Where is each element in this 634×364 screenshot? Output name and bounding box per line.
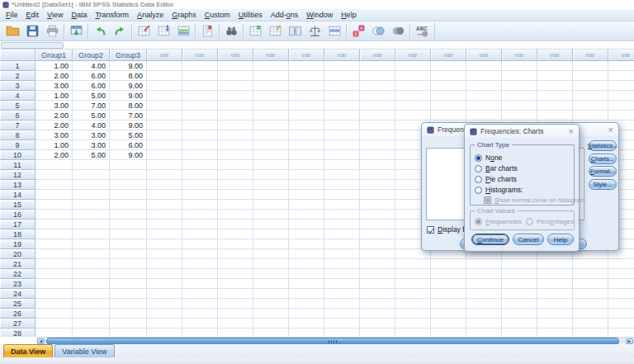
cell[interactable] xyxy=(360,180,395,190)
row-header[interactable]: 19 xyxy=(0,239,35,249)
charts-button[interactable]: Charts... xyxy=(589,154,617,164)
cell[interactable]: 4.00 xyxy=(73,121,110,130)
cell[interactable] xyxy=(218,180,253,190)
cell[interactable] xyxy=(35,309,73,319)
cell[interactable] xyxy=(35,279,73,289)
cell[interactable] xyxy=(395,279,431,289)
cell[interactable] xyxy=(395,81,431,91)
print-button[interactable] xyxy=(42,22,62,40)
column-header-var[interactable]: var xyxy=(147,50,182,61)
cell[interactable] xyxy=(395,101,431,111)
cell[interactable] xyxy=(253,269,289,279)
radio-pie-charts[interactable]: Pie charts xyxy=(475,175,517,183)
cell[interactable] xyxy=(537,71,573,81)
cell[interactable]: 7.00 xyxy=(110,111,147,121)
cell[interactable] xyxy=(324,229,360,239)
row-header[interactable]: 22 xyxy=(0,269,35,279)
menu-item-data[interactable]: Data xyxy=(67,9,91,21)
horizontal-scrollbar[interactable]: ◀ ▶ xyxy=(36,337,634,344)
cell[interactable] xyxy=(502,279,537,289)
cell[interactable] xyxy=(289,111,324,121)
cell[interactable] xyxy=(35,329,73,337)
cell[interactable] xyxy=(324,150,360,160)
cell[interactable]: 5.00 xyxy=(73,150,110,160)
cell[interactable] xyxy=(289,220,324,229)
cell[interactable] xyxy=(218,239,253,249)
split-file-button[interactable] xyxy=(285,22,305,40)
cell[interactable] xyxy=(466,329,502,337)
cell[interactable] xyxy=(110,210,147,220)
column-header-var[interactable]: var xyxy=(537,50,573,61)
cell[interactable] xyxy=(182,289,218,299)
cell[interactable] xyxy=(182,210,218,220)
cell[interactable] xyxy=(573,279,608,289)
cell[interactable] xyxy=(35,210,73,220)
cell[interactable] xyxy=(324,319,360,329)
cell[interactable] xyxy=(73,220,110,229)
cell[interactable] xyxy=(537,91,573,101)
cell[interactable] xyxy=(573,111,608,121)
cell[interactable] xyxy=(253,91,289,101)
cell[interactable] xyxy=(73,309,110,319)
cell[interactable] xyxy=(110,329,147,337)
cell[interactable] xyxy=(182,269,218,279)
goto-case-button[interactable] xyxy=(134,22,154,40)
column-header-var[interactable]: var xyxy=(395,50,431,61)
cell[interactable] xyxy=(73,299,110,309)
cell[interactable] xyxy=(110,279,147,289)
cell[interactable] xyxy=(253,289,289,299)
cell[interactable]: 9.00 xyxy=(110,91,147,101)
cell[interactable]: 7.00 xyxy=(73,101,110,111)
cell[interactable] xyxy=(573,71,608,81)
cell[interactable] xyxy=(324,329,360,337)
cell[interactable] xyxy=(466,91,502,101)
cell[interactable] xyxy=(253,170,289,180)
cell[interactable] xyxy=(253,71,289,81)
menu-item-utilities[interactable]: Utilities xyxy=(234,9,267,21)
cell[interactable] xyxy=(147,249,182,259)
cell[interactable] xyxy=(502,61,537,71)
cell[interactable] xyxy=(182,160,218,170)
cell[interactable]: 3.00 xyxy=(73,130,110,140)
cell[interactable] xyxy=(218,249,253,259)
cell[interactable] xyxy=(218,220,253,229)
row-header[interactable]: 15 xyxy=(0,200,35,210)
cell[interactable] xyxy=(289,299,324,309)
cell[interactable] xyxy=(182,140,218,150)
cell[interactable] xyxy=(218,279,253,289)
cell[interactable] xyxy=(218,329,253,337)
cell[interactable] xyxy=(147,160,182,170)
cell[interactable] xyxy=(35,269,73,279)
cell[interactable] xyxy=(182,259,218,269)
radio-icon[interactable] xyxy=(475,154,482,162)
cell[interactable] xyxy=(466,279,502,289)
cell[interactable] xyxy=(182,239,218,249)
cell[interactable] xyxy=(182,220,218,229)
cell[interactable] xyxy=(324,220,360,229)
cell[interactable] xyxy=(360,279,395,289)
cell[interactable] xyxy=(218,160,253,170)
cell[interactable]: 5.00 xyxy=(73,91,110,101)
cell[interactable] xyxy=(182,121,218,130)
cell[interactable] xyxy=(218,309,253,319)
cell[interactable]: 1.00 xyxy=(35,91,73,101)
cell[interactable] xyxy=(466,309,502,319)
cell[interactable] xyxy=(182,319,218,329)
cell[interactable] xyxy=(182,101,218,111)
cell[interactable] xyxy=(110,319,147,329)
row-header[interactable]: 6 xyxy=(0,111,35,121)
cell[interactable] xyxy=(537,309,573,319)
cell[interactable] xyxy=(537,329,573,337)
cell[interactable] xyxy=(608,329,634,337)
menu-item-analyze[interactable]: Analyze xyxy=(133,9,168,21)
row-header[interactable]: 7 xyxy=(0,121,35,130)
column-header-var[interactable]: var xyxy=(324,50,360,61)
cell[interactable] xyxy=(110,200,147,210)
cell[interactable] xyxy=(431,111,466,121)
cell[interactable] xyxy=(360,269,395,279)
cell[interactable] xyxy=(466,289,502,299)
row-header[interactable]: 14 xyxy=(0,190,35,200)
cell[interactable] xyxy=(73,210,110,220)
column-header-var[interactable]: var xyxy=(502,50,537,61)
cell[interactable] xyxy=(466,111,502,121)
